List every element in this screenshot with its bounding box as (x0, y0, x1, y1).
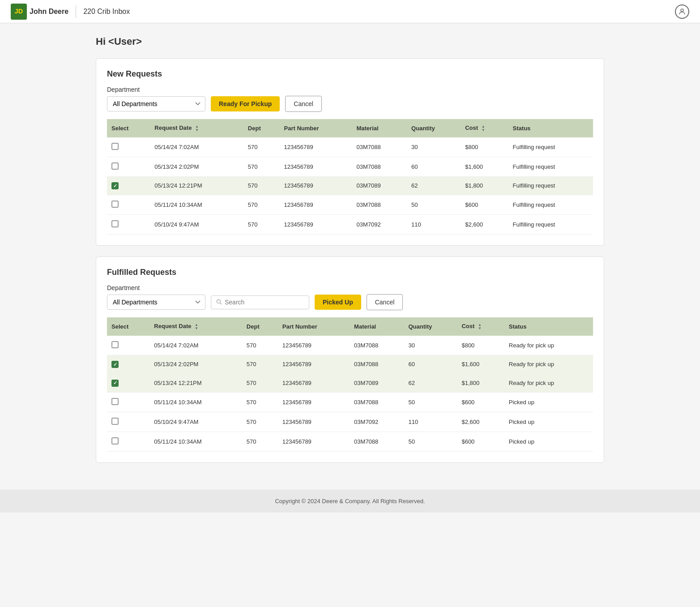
cost-cell: $1,600 (457, 355, 504, 374)
col-request-date[interactable]: Request Date ▲▼ (149, 317, 242, 336)
cost-cell: $600 (457, 392, 504, 412)
row-checkbox[interactable] (111, 201, 119, 208)
sort-cost-icon: ▲▼ (478, 323, 482, 330)
fulfilled-cancel-button[interactable]: Cancel (367, 294, 403, 310)
col-part-number: Part Number (280, 119, 352, 137)
dept-cell: 570 (243, 137, 280, 157)
jd-logo-icon: JD (11, 4, 27, 20)
svg-text:JD: JD (15, 8, 23, 15)
picked-up-button[interactable]: Picked Up (315, 295, 361, 310)
new-requests-header-row: Select Request Date ▲▼ Dept Part Number … (107, 119, 593, 137)
select-cell[interactable] (107, 374, 149, 393)
select-cell[interactable] (107, 176, 150, 195)
dept-cell: 570 (242, 336, 278, 355)
qty-cell: 50 (404, 432, 457, 451)
status-cell: Fulfilling request (508, 157, 593, 176)
fulfilled-requests-controls: All Departments Picked Up Cancel (107, 294, 593, 310)
material-cell: 03M7088 (352, 137, 407, 157)
brand-name: John Deere (30, 8, 68, 16)
col-cost[interactable]: Cost ▲▼ (457, 317, 504, 336)
dept-cell: 570 (242, 374, 278, 393)
select-cell[interactable] (107, 215, 150, 235)
select-cell[interactable] (107, 137, 150, 157)
cost-cell: $2,600 (461, 215, 508, 235)
new-cancel-button[interactable]: Cancel (285, 96, 322, 112)
status-cell: Ready for pick up (504, 355, 593, 374)
status-cell: Picked up (504, 392, 593, 412)
select-cell[interactable] (107, 412, 149, 432)
qty-cell: 60 (407, 157, 461, 176)
table-row: 05/13/24 2:02PM 570 123456789 03M7088 60… (107, 355, 593, 374)
part-cell: 123456789 (280, 195, 352, 215)
main-content: Hi <User> New Requests Department All De… (81, 23, 619, 486)
ready-for-pickup-button[interactable]: Ready For Pickup (211, 96, 280, 111)
row-checkbox[interactable] (111, 437, 119, 445)
row-checkbox[interactable] (111, 162, 119, 170)
status-cell: Picked up (504, 432, 593, 451)
header-divider (76, 5, 76, 18)
select-cell[interactable] (107, 195, 150, 215)
new-dept-select[interactable]: All Departments (107, 96, 205, 111)
sort-date-icon: ▲▼ (195, 125, 199, 132)
col-material: Material (350, 317, 404, 336)
greeting: Hi <User> (96, 36, 604, 47)
part-cell: 123456789 (280, 176, 352, 195)
material-cell: 03M7088 (350, 392, 404, 412)
qty-cell: 62 (407, 176, 461, 195)
new-requests-card: New Requests Department All Departments … (96, 58, 604, 246)
part-cell: 123456789 (280, 215, 352, 235)
row-checkbox[interactable] (111, 380, 119, 387)
fulfilled-dept-select[interactable]: All Departments (107, 295, 205, 310)
new-requests-thead: Select Request Date ▲▼ Dept Part Number … (107, 119, 593, 137)
qty-cell: 110 (407, 215, 461, 235)
cost-cell: $1,800 (461, 176, 508, 195)
material-cell: 03M7089 (352, 176, 407, 195)
select-cell[interactable] (107, 355, 149, 374)
row-checkbox[interactable] (111, 143, 119, 150)
fulfilled-requests-thead: Select Request Date ▲▼ Dept Part Number … (107, 317, 593, 336)
col-request-date[interactable]: Request Date ▲▼ (150, 119, 243, 137)
select-cell[interactable] (107, 432, 149, 451)
col-cost[interactable]: Cost ▲▼ (461, 119, 508, 137)
fulfilled-requests-tbody: 05/14/24 7:02AM 570 123456789 03M7088 30… (107, 336, 593, 452)
select-cell[interactable] (107, 336, 149, 355)
cost-cell: $800 (461, 137, 508, 157)
date-cell: 05/11/24 10:34AM (149, 432, 242, 451)
qty-cell: 50 (407, 195, 461, 215)
dept-cell: 570 (243, 195, 280, 215)
jd-logo[interactable]: JD John Deere (11, 4, 68, 20)
user-avatar[interactable] (675, 4, 689, 19)
row-checkbox[interactable] (111, 220, 119, 227)
status-cell: Ready for pick up (504, 374, 593, 393)
status-cell: Fulfilling request (508, 176, 593, 195)
material-cell: 03M7092 (350, 412, 404, 432)
date-cell: 05/13/24 2:02PM (150, 157, 243, 176)
table-row: 05/11/24 10:34AM 570 123456789 03M7088 5… (107, 392, 593, 412)
sort-cost-icon: ▲▼ (482, 125, 485, 132)
fulfilled-requests-table: Select Request Date ▲▼ Dept Part Number … (107, 317, 593, 452)
select-cell[interactable] (107, 392, 149, 412)
date-cell: 05/14/24 7:02AM (150, 137, 243, 157)
sort-date-icon: ▲▼ (195, 323, 198, 330)
col-dept: Dept (242, 317, 278, 336)
new-requests-table: Select Request Date ▲▼ Dept Part Number … (107, 119, 593, 235)
row-checkbox[interactable] (111, 398, 119, 405)
search-input[interactable] (225, 299, 304, 306)
col-status: Status (508, 119, 593, 137)
table-row: 05/11/24 10:34AM 570 123456789 03M7088 5… (107, 195, 593, 215)
row-checkbox[interactable] (111, 182, 119, 189)
col-select: Select (107, 119, 150, 137)
row-checkbox[interactable] (111, 361, 119, 368)
col-dept: Dept (243, 119, 280, 137)
footer-text: Copyright © 2024 Deere & Company. All Ri… (275, 498, 425, 504)
part-cell: 123456789 (278, 432, 350, 451)
fulfilled-requests-title: Fulfilled Requests (107, 268, 593, 277)
table-row: 05/14/24 7:02AM 570 123456789 03M7088 30… (107, 336, 593, 355)
row-checkbox[interactable] (111, 418, 119, 425)
svg-point-3 (217, 299, 220, 303)
select-cell[interactable] (107, 157, 150, 176)
material-cell: 03M7088 (352, 195, 407, 215)
row-checkbox[interactable] (111, 341, 119, 348)
cost-cell: $1,800 (457, 374, 504, 393)
qty-cell: 60 (404, 355, 457, 374)
